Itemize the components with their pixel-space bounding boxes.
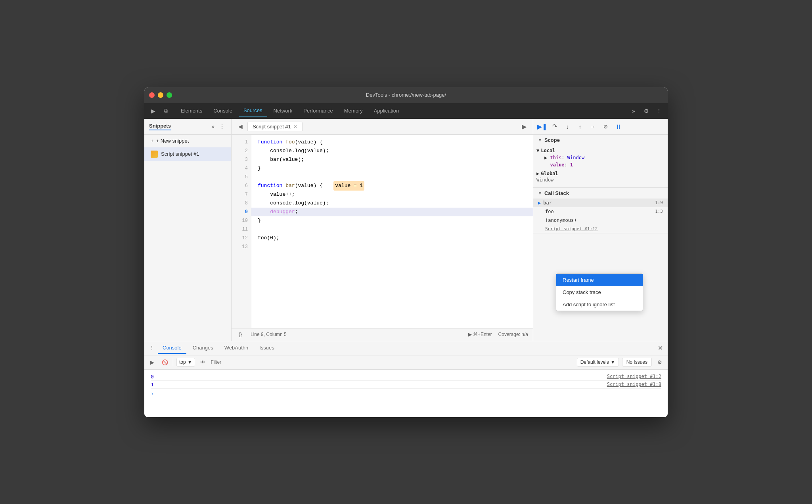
call-stack-item-snippet[interactable]: Script snippet #1:12 bbox=[533, 225, 668, 233]
console-settings-icon[interactable]: ⚙ bbox=[655, 357, 665, 367]
scope-chevron: ▼ bbox=[538, 138, 542, 142]
call-stack-item-bar[interactable]: ▶ bar 1:9 bbox=[533, 199, 668, 207]
scope-global-group: ▶ Global Window bbox=[536, 170, 665, 183]
console-tab-console[interactable]: Console bbox=[158, 342, 186, 354]
console-run-icon[interactable]: ▶ bbox=[147, 357, 157, 367]
tab-network[interactable]: Network bbox=[269, 105, 297, 116]
new-snippet-button[interactable]: + + New snippet bbox=[144, 135, 231, 147]
console-eye-icon[interactable]: 👁 bbox=[198, 357, 208, 367]
call-stack-item-anon[interactable]: (anonymous) bbox=[533, 216, 668, 225]
coverage-label: Coverage: n/a bbox=[498, 332, 528, 337]
device-icon[interactable]: ⧉ bbox=[160, 105, 171, 116]
scope-header[interactable]: ▼ Scope bbox=[533, 135, 668, 145]
top-chevron-icon: ▼ bbox=[188, 359, 192, 365]
snippet-file-icon bbox=[151, 151, 158, 158]
line-num-5: 5 bbox=[232, 173, 251, 181]
step-over-btn[interactable]: ↷ bbox=[549, 121, 560, 132]
code-line-12: foo(0); bbox=[251, 234, 533, 242]
deactivate-btn[interactable]: ⊘ bbox=[600, 121, 611, 132]
tab-bar-right: » ⚙ ⋮ bbox=[628, 105, 665, 116]
console-tabs: ⋮ Console Changes WebAuthn Issues ✕ bbox=[144, 341, 668, 355]
step-btn[interactable]: → bbox=[587, 121, 598, 132]
scope-this-item: ▶ this: Window bbox=[536, 154, 665, 161]
pause-btn[interactable]: ⏸ bbox=[613, 121, 624, 132]
line-num-13: 13 bbox=[232, 242, 251, 251]
format-icon[interactable]: {} bbox=[236, 330, 244, 338]
close-button[interactable] bbox=[149, 92, 155, 98]
tab-performance[interactable]: Performance bbox=[299, 105, 337, 116]
cs-snippet-src: Script snippet #1:12 bbox=[538, 226, 598, 231]
call-stack-title: Call Stack bbox=[544, 190, 569, 196]
editor-tab-close-btn[interactable]: ✕ bbox=[293, 124, 297, 130]
console-tab-webauthn[interactable]: WebAuthn bbox=[220, 342, 253, 354]
console-log-src-0[interactable]: Script snippet #1:2 bbox=[607, 374, 661, 379]
cs-anon-name: (anonymous) bbox=[538, 218, 663, 223]
code-line-11 bbox=[251, 225, 533, 234]
call-stack-item-foo[interactable]: foo 1:3 bbox=[533, 207, 668, 216]
console-block-icon[interactable]: 🚫 bbox=[160, 357, 170, 367]
top-label: top bbox=[179, 359, 186, 365]
prompt-chevron-icon: › bbox=[151, 390, 154, 397]
snippets-tab[interactable]: Snippets bbox=[149, 123, 171, 130]
tab-application[interactable]: Application bbox=[369, 105, 404, 116]
console-close-btn[interactable]: ✕ bbox=[656, 343, 665, 353]
tab-console[interactable]: Console bbox=[209, 105, 237, 116]
main-content: Snippets » ⋮ + + New snippet Script snip… bbox=[144, 119, 668, 341]
context-menu-add-ignore[interactable]: Add script to ignore list bbox=[556, 298, 643, 311]
call-stack-chevron: ▼ bbox=[538, 191, 542, 195]
cs-bar-name: bar bbox=[543, 200, 655, 206]
scope-content: ▼ Local ▶ this: Window value: 1 bbox=[533, 145, 668, 187]
line-num-12: 12 bbox=[232, 234, 251, 242]
context-menu-copy-stack-trace[interactable]: Copy stack trace bbox=[556, 286, 643, 298]
snippet-item[interactable]: Script snippet #1 bbox=[144, 147, 231, 161]
line-num-8: 8 bbox=[232, 199, 251, 208]
cursor-icon[interactable]: ▶ bbox=[147, 105, 159, 116]
step-out-btn[interactable]: ↑ bbox=[575, 121, 586, 132]
call-stack-header[interactable]: ▼ Call Stack bbox=[533, 188, 668, 199]
console-tab-changes[interactable]: Changes bbox=[188, 342, 218, 354]
more-menu-icon[interactable]: ⋮ bbox=[653, 105, 665, 116]
code-line-1: function foo(value) { bbox=[251, 138, 533, 147]
scope-global-header[interactable]: ▶ Global bbox=[536, 170, 665, 177]
scope-title: Scope bbox=[544, 137, 560, 143]
sidebar-more-icon[interactable]: » bbox=[210, 122, 216, 130]
resume-btn[interactable]: ▶❚ bbox=[536, 121, 548, 132]
console-top-selector[interactable]: top ▼ bbox=[176, 358, 195, 367]
tab-sources[interactable]: Sources bbox=[239, 105, 267, 116]
code-editor[interactable]: 1 2 3 4 5 6 7 8 9 10 11 12 13 function f… bbox=[232, 135, 533, 328]
scope-value-val: 1 bbox=[570, 162, 573, 168]
toolbar-separator bbox=[173, 358, 173, 366]
code-line-6: function bar(value) { value = 1 bbox=[251, 181, 533, 190]
editor-back-btn[interactable]: ◀ bbox=[235, 121, 246, 132]
default-levels-selector[interactable]: Default levels ▼ bbox=[577, 358, 619, 367]
no-issues-btn[interactable]: No Issues bbox=[622, 358, 652, 367]
console-tab-menu-icon[interactable]: ⋮ bbox=[147, 343, 156, 353]
sidebar-menu-icon[interactable]: ⋮ bbox=[218, 122, 226, 130]
editor-tab-snippet[interactable]: Script snippet #1 ✕ bbox=[247, 122, 303, 131]
line-num-4: 4 bbox=[232, 164, 251, 173]
console-filter-input[interactable] bbox=[211, 357, 574, 367]
editor-run-btn[interactable]: ▶ bbox=[519, 121, 530, 132]
more-tabs-icon[interactable]: » bbox=[628, 105, 639, 116]
maximize-button[interactable] bbox=[167, 92, 172, 98]
step-into-btn[interactable]: ↓ bbox=[562, 121, 573, 132]
console-log-src-1[interactable]: Script snippet #1:8 bbox=[607, 382, 661, 387]
console-log-1: 1 Script snippet #1:8 bbox=[151, 381, 661, 389]
context-menu-restart-frame[interactable]: Restart frame bbox=[556, 274, 643, 286]
console-log-0: 0 Script snippet #1:2 bbox=[151, 373, 661, 381]
scope-local-header[interactable]: ▼ Local bbox=[536, 147, 665, 154]
console-tab-issues[interactable]: Issues bbox=[255, 342, 279, 354]
default-levels-label: Default levels bbox=[580, 359, 609, 365]
code-line-8: console.log(value); bbox=[251, 199, 533, 208]
minimize-button[interactable] bbox=[158, 92, 163, 98]
code-lines: function foo(value) { console.log(value)… bbox=[251, 135, 533, 328]
scope-value-item: value: 1 bbox=[536, 161, 665, 168]
console-prompt[interactable]: › bbox=[151, 389, 661, 398]
code-line-5 bbox=[251, 173, 533, 181]
console-log-val-0: 0 bbox=[151, 374, 154, 380]
run-hint: ▶ ⌘+Enter bbox=[468, 332, 492, 337]
tab-memory[interactable]: Memory bbox=[339, 105, 368, 116]
settings-icon[interactable]: ⚙ bbox=[641, 105, 652, 116]
tab-elements[interactable]: Elements bbox=[176, 105, 207, 116]
line-num-10: 10 bbox=[232, 216, 251, 225]
